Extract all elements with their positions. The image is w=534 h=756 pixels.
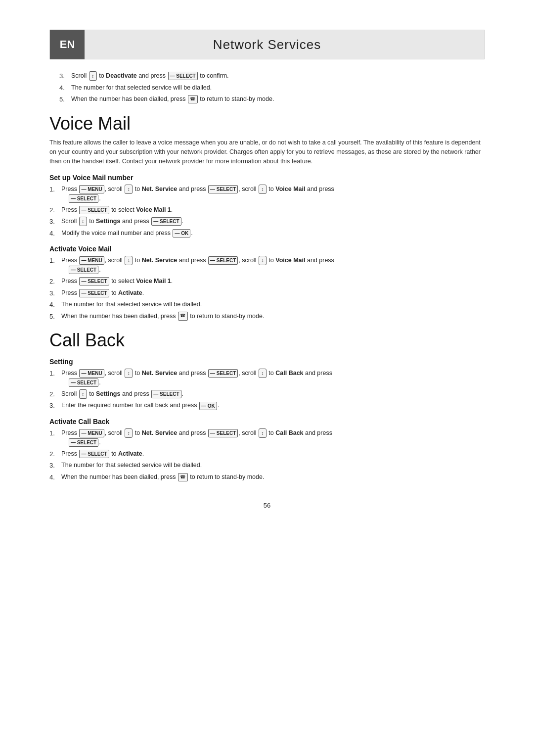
setup-voicemail-steps: 1. Press ― MENU, scroll ↕ to Net. Servic… xyxy=(49,185,485,238)
language-badge: EN xyxy=(50,30,85,59)
setup-voicemail-subsection: Set up Voice Mail number 1. Press ― MENU… xyxy=(49,174,485,238)
voice-mail-desc: This feature allows the caller to leave … xyxy=(49,138,485,167)
select-btn-svm1: ― SELECT xyxy=(208,185,238,193)
activate-vm-step-1: 1. Press ― MENU, scroll ↕ to Net. Servic… xyxy=(49,256,485,275)
scroll-icon-scb2: ↕ xyxy=(79,389,87,399)
activate-vm-step-2: 2. Press ― SELECT to select Voice Mail 1… xyxy=(49,277,485,286)
ok-btn-svm4: ― OK xyxy=(173,229,190,237)
activate-cb-step-4: 4. When the number has been dialled, pre… xyxy=(49,472,485,482)
intro-steps-list: 3. Scroll ↕ to Deactivate and press ― SE… xyxy=(59,71,485,104)
setup-vm-step-4: 4. Modify the voice mail number and pres… xyxy=(49,229,485,238)
page-title: Network Services xyxy=(85,37,484,52)
select-btn-svm3: ― SELECT xyxy=(151,217,181,226)
setting-cb-step-1: 1. Press ― MENU, scroll ↕ to Net. Servic… xyxy=(49,369,485,387)
select-btn-avm2: ― SELECT xyxy=(79,277,109,285)
scroll-icon-avm1: ↕ xyxy=(125,256,133,265)
end-call-icon-acb4: ☎ xyxy=(178,473,188,482)
setup-voicemail-title: Set up Voice Mail number xyxy=(49,174,485,182)
scroll-icon-3: ↕ xyxy=(89,71,97,81)
activate-voicemail-title: Activate Voice Mail xyxy=(49,245,485,253)
intro-step-5: 5. When the number has been dialled, pre… xyxy=(59,94,485,104)
select-btn-avm3: ― SELECT xyxy=(79,289,109,297)
select-btn-svm1b: ― SELECT xyxy=(69,194,98,203)
setting-callback-title: Setting xyxy=(49,358,485,366)
scroll-icon-acb1: ↕ xyxy=(125,428,133,438)
setting-callback-steps: 1. Press ― MENU, scroll ↕ to Net. Servic… xyxy=(49,369,485,411)
ok-btn-scb3: ― OK xyxy=(199,402,217,410)
end-call-icon-avm5: ☎ xyxy=(178,312,188,321)
page-header: EN Network Services xyxy=(49,30,485,59)
scroll-icon-scb1b: ↕ xyxy=(259,369,267,378)
select-btn-scb1: ― SELECT xyxy=(208,369,238,378)
setting-cb-step-2: 2. Scroll ↕ to Settings and press ― SELE… xyxy=(49,389,485,399)
select-btn-scb1b: ― SELECT xyxy=(69,378,98,387)
scroll-icon-acb1b: ↕ xyxy=(259,428,267,438)
select-btn-scb2: ― SELECT xyxy=(151,390,181,398)
voice-mail-title: Voice Mail xyxy=(49,113,485,134)
scroll-icon-scb1: ↕ xyxy=(125,369,133,378)
menu-btn-svm1: ― MENU xyxy=(79,185,104,193)
scroll-icon-svm3: ↕ xyxy=(79,217,87,226)
menu-btn-avm1: ― MENU xyxy=(79,256,104,265)
select-btn-acb1b: ― SELECT xyxy=(69,438,98,447)
select-btn-3: ― SELECT xyxy=(168,72,198,80)
activate-voicemail-steps: 1. Press ― MENU, scroll ↕ to Net. Servic… xyxy=(49,256,485,321)
setup-vm-step-1: 1. Press ― MENU, scroll ↕ to Net. Servic… xyxy=(49,185,485,203)
end-call-icon-intro: ☎ xyxy=(188,95,198,104)
activate-cb-step-2: 2. Press ― SELECT to Activate. xyxy=(49,449,485,459)
voice-mail-section: Voice Mail This feature allows the calle… xyxy=(49,113,485,322)
activate-voicemail-subsection: Activate Voice Mail 1. Press ― MENU, scr… xyxy=(49,245,485,321)
select-btn-avm1: ― SELECT xyxy=(208,256,238,265)
setup-vm-step-2: 2. Press ― SELECT to select Voice Mail 1… xyxy=(49,205,485,215)
select-btn-acb2: ― SELECT xyxy=(79,450,109,458)
setting-cb-step-3: 3. Enter the required number for call ba… xyxy=(49,401,485,411)
activate-cb-step-1: 1. Press ― MENU, scroll ↕ to Net. Servic… xyxy=(49,428,485,447)
scroll-icon-avm1b: ↕ xyxy=(259,256,267,265)
activate-cb-step-3: 3. The number for that selected service … xyxy=(49,461,485,471)
menu-btn-scb1: ― MENU xyxy=(79,369,104,378)
setting-callback-subsection: Setting 1. Press ― MENU, scroll ↕ to Net… xyxy=(49,358,485,411)
call-back-section: Call Back Setting 1. Press ― MENU, scrol… xyxy=(49,330,485,482)
activate-vm-step-5: 5. When the number has been dialled, pre… xyxy=(49,312,485,322)
activate-callback-subsection: Activate Call Back 1. Press ― MENU, scro… xyxy=(49,418,485,482)
select-btn-svm2: ― SELECT xyxy=(79,206,109,214)
scroll-icon-svm1: ↕ xyxy=(125,185,133,194)
activate-callback-title: Activate Call Back xyxy=(49,418,485,425)
menu-btn-acb1: ― MENU xyxy=(79,429,104,437)
intro-step-4: 4. The number for that selected service … xyxy=(59,83,485,93)
intro-step-3: 3. Scroll ↕ to Deactivate and press ― SE… xyxy=(59,71,485,81)
scroll-icon-svm1b: ↕ xyxy=(259,185,267,194)
call-back-title: Call Back xyxy=(49,330,485,351)
select-btn-avm1b: ― SELECT xyxy=(69,266,98,274)
activate-callback-steps: 1. Press ― MENU, scroll ↕ to Net. Servic… xyxy=(49,428,485,482)
page-number: 56 xyxy=(49,502,485,509)
activate-vm-step-4: 4. The number for that selected service … xyxy=(49,300,485,310)
select-btn-acb1: ― SELECT xyxy=(208,429,238,437)
activate-vm-step-3: 3. Press ― SELECT to Activate. xyxy=(49,288,485,298)
setup-vm-step-3: 3. Scroll ↕ to Settings and press ― SELE… xyxy=(49,217,485,227)
